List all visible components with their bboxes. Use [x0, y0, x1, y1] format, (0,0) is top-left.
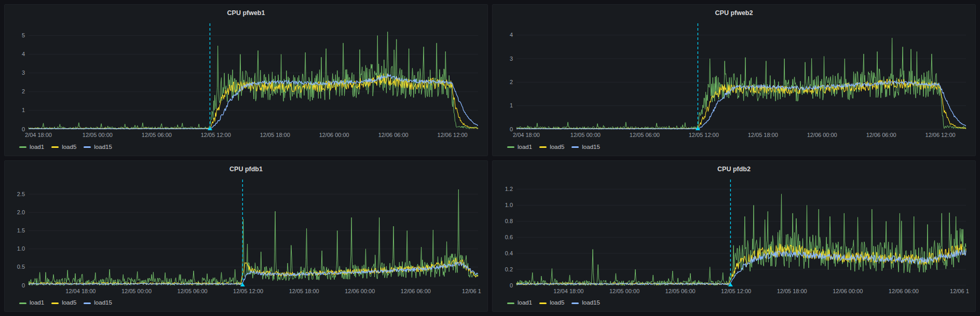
y-axis-tick-label: 0 [22, 282, 25, 288]
y-axis-tick-label: 0.2 [505, 266, 513, 272]
legend-series-marker [571, 146, 579, 148]
chart-canvas[interactable]: 00.20.40.60.81.01.212/04 18:0012/05 00:0… [498, 176, 970, 296]
legend-series-marker [507, 146, 514, 148]
legend-series-marker [84, 146, 91, 148]
legend-item-load15[interactable]: load15 [571, 300, 600, 306]
y-axis-tick-label: 1.2 [505, 186, 513, 192]
legend-item-load15[interactable]: load15 [571, 144, 600, 150]
legend-series-label: load15 [582, 144, 600, 150]
x-axis-tick-label: 12/04 18:00 [553, 288, 583, 294]
series-load1 [516, 194, 966, 285]
y-axis-tick-label: 0 [22, 126, 25, 132]
y-axis-tick-label: 0.6 [505, 233, 513, 240]
y-axis-tick-label: 3 [22, 70, 25, 76]
x-axis-tick-label: 12/06 1 [462, 288, 481, 294]
panel-title-cpu-pfdb2[interactable]: CPU pfdb2 [498, 163, 970, 176]
panel-cpu-pfweb2: CPU pfweb2 012342/04 18:0012/05 00:0012/… [492, 4, 976, 156]
x-axis-tick-label: 12/06 00:00 [807, 132, 837, 138]
x-axis-tick-label: 12/06 1 [950, 288, 969, 294]
legend-series-label: load1 [518, 300, 532, 306]
legend-series-label: load5 [62, 144, 76, 150]
x-axis-tick-label: 12/05 06:00 [665, 288, 696, 294]
x-axis-tick-label: 12/05 06:00 [178, 288, 208, 294]
y-axis-tick-label: 2 [510, 79, 513, 85]
legend-series-marker [84, 303, 91, 304]
legend-item-load1[interactable]: load1 [507, 300, 532, 306]
panel-title-cpu-pfdb1[interactable]: CPU pfdb1 [10, 163, 482, 176]
y-axis-tick-label: 0.8 [505, 217, 513, 224]
x-axis-tick-label: 12/06 06:00 [378, 132, 409, 138]
panel-title-cpu-pfweb1[interactable]: CPU pfweb1 [10, 7, 482, 20]
y-axis-tick-label: 4 [510, 32, 513, 38]
y-axis-tick-label: 4 [22, 51, 25, 57]
panel-cpu-pfdb2: CPU pfdb2 00.20.40.60.81.01.212/04 18:00… [492, 160, 976, 312]
y-axis-tick-label: 2.0 [17, 209, 25, 215]
legend-series-label: load1 [30, 300, 44, 306]
y-axis-tick-label: 1 [22, 107, 25, 113]
time-series-chart-pfdb2[interactable]: 00.20.40.60.81.01.212/04 18:0012/05 00:0… [498, 176, 970, 297]
legend-item-load1[interactable]: load1 [19, 144, 44, 150]
legend-item-load1[interactable]: load1 [507, 144, 532, 150]
legend-series-marker [51, 146, 59, 148]
legend-series-marker [19, 303, 26, 304]
x-axis-tick-label: 12/06 06:00 [401, 288, 431, 294]
x-axis-tick-label: 12/05 00:00 [83, 132, 113, 138]
legend-series-marker [507, 303, 514, 304]
panel-cpu-pfweb1: CPU pfweb1 0123452/04 18:0012/05 00:0012… [4, 4, 488, 156]
x-axis-tick-label: 12/05 18:00 [260, 132, 290, 138]
legend-series-label: load15 [582, 300, 600, 306]
chart-canvas[interactable]: 00.51.01.52.02.512/04 18:0012/05 00:0012… [10, 176, 482, 296]
x-axis-tick-label: 12/05 12:00 [721, 288, 751, 294]
legend-pfweb2: load1load5load15 [498, 141, 970, 154]
y-axis-tick-label: 1.0 [505, 201, 513, 208]
panel-title-cpu-pfweb2[interactable]: CPU pfweb2 [498, 7, 970, 20]
x-axis-tick-label: 12/04 18:00 [65, 288, 96, 294]
legend-series-marker [51, 303, 59, 304]
legend-item-load5[interactable]: load5 [51, 144, 76, 150]
legend-item-load5[interactable]: load5 [539, 300, 564, 306]
legend-pfdb2: load1load5load15 [498, 297, 970, 309]
legend-series-marker [571, 303, 579, 304]
time-series-chart-pfdb1[interactable]: 00.51.01.52.02.512/04 18:0012/05 00:0012… [10, 176, 482, 297]
y-axis-tick-label: 2.5 [17, 190, 25, 197]
x-axis-tick-label: 12/06 06:00 [866, 132, 896, 138]
x-axis-tick-label: 12/05 00:00 [121, 288, 152, 294]
legend-item-load15[interactable]: load15 [84, 300, 112, 306]
legend-pfdb1: load1load5load15 [10, 297, 482, 309]
x-axis-tick-label: 12/06 00:00 [345, 288, 375, 294]
legend-pfweb1: load1load5load15 [10, 141, 482, 154]
chart-canvas[interactable]: 0123452/04 18:0012/05 00:0012/05 06:0012… [10, 20, 482, 140]
x-axis-tick-label: 12/05 00:00 [609, 288, 639, 294]
y-axis-tick-label: 2 [22, 88, 25, 94]
x-axis-tick-label: 2/04 18:00 [25, 132, 52, 138]
legend-item-load5[interactable]: load5 [539, 144, 564, 150]
x-axis-tick-label: 12/05 06:00 [630, 132, 660, 138]
y-axis-tick-label: 1.0 [17, 245, 25, 252]
legend-series-marker [539, 303, 547, 304]
x-axis-tick-label: 12/05 18:00 [777, 288, 807, 294]
legend-series-label: load5 [550, 144, 564, 150]
x-axis-tick-label: 12/06 00:00 [833, 288, 863, 294]
legend-series-label: load15 [94, 300, 112, 306]
x-axis-tick-label: 12/05 18:00 [748, 132, 778, 138]
x-axis-tick-label: 12/05 00:00 [570, 132, 601, 138]
series-load1 [516, 38, 966, 129]
legend-item-load1[interactable]: load1 [19, 300, 44, 306]
x-axis-tick-label: 12/05 12:00 [201, 132, 231, 138]
x-axis-tick-label: 12/05 06:00 [142, 132, 172, 138]
x-axis-tick-label: 12/06 12:00 [438, 132, 468, 138]
time-series-chart-pfweb1[interactable]: 0123452/04 18:0012/05 00:0012/05 06:0012… [10, 20, 482, 141]
legend-item-load5[interactable]: load5 [51, 300, 76, 306]
x-axis-tick-label: 12/05 12:00 [233, 288, 263, 294]
y-axis-tick-label: 0 [510, 282, 513, 288]
time-series-chart-pfweb2[interactable]: 012342/04 18:0012/05 00:0012/05 06:0012/… [498, 20, 970, 141]
chart-canvas[interactable]: 012342/04 18:0012/05 00:0012/05 06:0012/… [498, 20, 970, 140]
x-axis-tick-label: 12/05 18:00 [289, 288, 319, 294]
series-load15 [516, 81, 966, 129]
legend-series-label: load5 [62, 300, 76, 306]
x-axis-tick-label: 12/06 12:00 [925, 132, 956, 138]
legend-series-label: load1 [518, 144, 532, 150]
series-load15 [29, 74, 478, 129]
legend-item-load15[interactable]: load15 [84, 144, 112, 150]
series-load5 [29, 74, 478, 129]
